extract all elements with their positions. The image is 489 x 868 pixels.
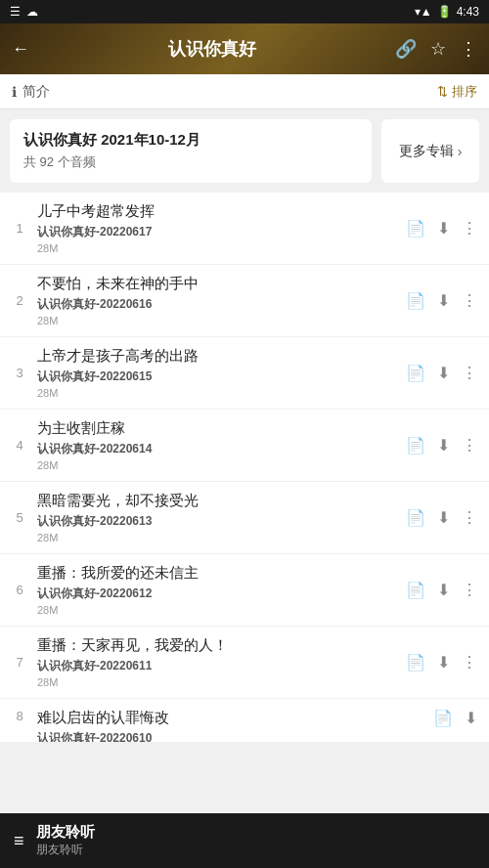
track-info: 儿子中考超常发挥 认识你真好-20220617 28M (37, 202, 396, 254)
track-subtitle: 认识你真好-20220614 (37, 441, 396, 457)
notes-icon[interactable]: 📄 (406, 219, 425, 238)
info-icon: ℹ (12, 84, 17, 100)
page-title: 认识你真好 (29, 37, 395, 61)
share-icon[interactable]: 🔗 (395, 38, 417, 60)
download-icon[interactable]: ⬇ (437, 219, 450, 238)
track-info: 不要怕，未来在神的手中 认识你真好-20220616 28M (37, 275, 396, 326)
download-icon[interactable]: ⬇ (437, 364, 450, 382)
chevron-right-icon: › (458, 144, 463, 159)
more-options-icon[interactable]: ⋮ (462, 508, 477, 527)
track-size: 28M (37, 242, 396, 254)
track-actions: 📄 ⬇ ⋮ (406, 653, 477, 672)
track-subtitle: 认识你真好-20220615 (37, 369, 396, 385)
track-number: 4 (12, 438, 27, 453)
more-albums-label: 更多专辑 (399, 143, 454, 160)
notes-icon[interactable]: 📄 (406, 653, 425, 672)
track-subtitle: 认识你真好-20220613 (37, 513, 396, 530)
track-info: 为主收割庄稼 认识你真好-20220614 28M (37, 419, 396, 471)
list-item: 4 为主收割庄稼 认识你真好-20220614 28M 📄 ⬇ ⋮ (0, 410, 489, 481)
status-right-info: ▾▲ 🔋 4:43 (415, 5, 479, 19)
back-button[interactable]: ← (12, 39, 29, 60)
main-content: 认识你真好 2021年10-12月 共 92 个音频 更多专辑 › 1 儿子中考… (0, 109, 489, 813)
track-actions: 📄 ⬇ ⋮ (406, 364, 477, 382)
more-icon[interactable]: ⋮ (460, 38, 477, 60)
download-icon[interactable]: ⬇ (437, 581, 450, 599)
track-number: 7 (12, 655, 27, 670)
track-subtitle: 认识你真好-20220616 (37, 296, 396, 313)
intro-section[interactable]: ℹ 简介 (12, 83, 50, 101)
track-actions: 📄 ⬇ ⋮ (406, 291, 477, 310)
album-info-card: 认识你真好 2021年10-12月 共 92 个音频 (10, 119, 372, 183)
track-size: 28M (37, 387, 396, 399)
track-number: 2 (12, 293, 27, 308)
notification-icon: ☰ (10, 5, 21, 19)
intro-label: 简介 (22, 83, 50, 101)
track-number: 5 (12, 510, 27, 525)
bottom-bar-info: 朋友聆听 朋友聆听 (36, 823, 95, 858)
download-icon[interactable]: ⬇ (437, 436, 450, 455)
track-title: 儿子中考超常发挥 (37, 202, 396, 221)
track-size: 28M (37, 315, 396, 326)
track-info: 上帝才是孩子高考的出路 认识你真好-20220615 28M (37, 347, 396, 399)
track-title: 上帝才是孩子高考的出路 (37, 347, 396, 366)
bottom-bar[interactable]: ≡ 朋友聆听 朋友聆听 (0, 813, 489, 868)
more-options-icon[interactable]: ⋮ (462, 436, 477, 455)
track-size: 28M (37, 604, 396, 616)
more-options-icon[interactable]: ⋮ (462, 291, 477, 310)
notes-icon[interactable]: 📄 (406, 364, 425, 382)
track-title: 重播：天家再见，我爱的人！ (37, 636, 396, 655)
download-icon[interactable]: ⬇ (437, 291, 450, 310)
list-item: 3 上帝才是孩子高考的出路 认识你真好-20220615 28M 📄 ⬇ ⋮ (0, 337, 489, 409)
more-options-icon[interactable]: ⋮ (462, 219, 477, 238)
track-title: 重播：我所爱的还未信主 (37, 564, 396, 583)
track-size: 28M (37, 459, 396, 471)
track-number: 1 (12, 221, 27, 236)
sub-header: ℹ 简介 ⇅ 排序 (0, 74, 489, 109)
track-list: 1 儿子中考超常发挥 认识你真好-20220617 28M 📄 ⬇ ⋮ 2 不要… (0, 193, 489, 742)
list-item: 7 重播：天家再见，我爱的人！ 认识你真好-20220611 28M 📄 ⬇ ⋮ (0, 627, 489, 698)
time-display: 4:43 (457, 5, 479, 19)
sort-button[interactable]: ⇅ 排序 (437, 83, 477, 101)
track-actions: 📄 ⬇ ⋮ (406, 436, 477, 455)
track-title: 难以启齿的认罪悔改 (37, 709, 423, 727)
more-options-icon[interactable]: ⋮ (462, 364, 477, 382)
track-info: 重播：我所爱的还未信主 认识你真好-20220612 28M (37, 564, 396, 616)
track-subtitle: 认识你真好-20220610 (37, 730, 423, 742)
notes-icon[interactable]: 📄 (406, 291, 425, 310)
list-item: 6 重播：我所爱的还未信主 认识你真好-20220612 28M 📄 ⬇ ⋮ (0, 554, 489, 626)
more-options-icon[interactable]: ⋮ (462, 581, 477, 599)
bottom-bar-title: 朋友聆听 (36, 823, 95, 842)
track-title: 为主收割庄稼 (37, 419, 396, 438)
track-number: 8 (12, 709, 27, 723)
notes-icon[interactable]: 📄 (406, 508, 425, 527)
track-title: 不要怕，未来在神的手中 (37, 275, 396, 293)
track-number: 6 (12, 583, 27, 597)
more-albums-button[interactable]: 更多专辑 › (381, 119, 479, 183)
list-item: 5 黑暗需要光，却不接受光 认识你真好-20220613 28M 📄 ⬇ ⋮ (0, 482, 489, 553)
track-size: 28M (37, 676, 396, 688)
track-actions: 📄 ⬇ ⋮ (406, 219, 477, 238)
track-actions: 📄 ⬇ ⋮ (406, 581, 477, 599)
notes-icon[interactable]: 📄 (406, 581, 425, 599)
track-subtitle: 认识你真好-20220612 (37, 586, 396, 602)
track-title: 黑暗需要光，却不接受光 (37, 492, 396, 510)
download-icon[interactable]: ⬇ (437, 653, 450, 672)
track-number: 3 (12, 366, 27, 380)
bottom-bar-menu-icon: ≡ (14, 831, 24, 851)
track-actions: 📄 ⬇ (433, 709, 477, 727)
sort-icon: ⇅ (437, 84, 448, 99)
track-subtitle: 认识你真好-20220611 (37, 658, 396, 674)
status-left-icons: ☰ ☁ (10, 5, 38, 19)
star-icon[interactable]: ☆ (430, 38, 446, 60)
status-bar: ☰ ☁ ▾▲ 🔋 4:43 (0, 0, 489, 23)
notes-icon[interactable]: 📄 (433, 709, 453, 727)
track-size: 28M (37, 532, 396, 543)
more-options-icon[interactable]: ⋮ (462, 653, 477, 672)
download-icon[interactable]: ⬇ (465, 709, 477, 727)
header-actions: 🔗 ☆ ⋮ (395, 38, 477, 60)
album-section: 认识你真好 2021年10-12月 共 92 个音频 更多专辑 › (0, 109, 489, 193)
download-icon[interactable]: ⬇ (437, 508, 450, 527)
list-item: 8 难以启齿的认罪悔改 认识你真好-20220610 📄 ⬇ (0, 699, 489, 742)
bottom-bar-subtitle: 朋友聆听 (36, 842, 95, 858)
notes-icon[interactable]: 📄 (406, 436, 425, 455)
